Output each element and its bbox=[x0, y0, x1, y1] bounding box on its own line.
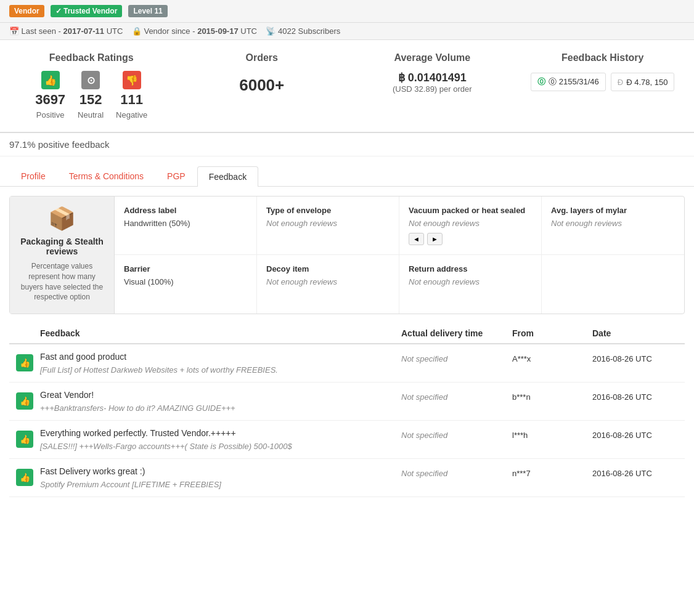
negative-rating: 👎 111 Negative bbox=[116, 71, 147, 120]
thumbup-icon: 👍 bbox=[16, 431, 33, 448]
pkg-nav-icons: ◄ ► bbox=[409, 233, 532, 245]
history-badge-1-value: ⓪ 2155/31/46 bbox=[549, 76, 599, 87]
packaging-box-icon: 📦 bbox=[19, 206, 105, 232]
pkg-vacuum-title: Vacuum packed or heat sealed bbox=[409, 206, 532, 215]
row3-delivery: Not specified bbox=[401, 428, 512, 440]
row1-date: 2016-08-26 UTC bbox=[592, 352, 685, 363]
pkg-barrier: Barrier Visual (100%) bbox=[115, 255, 257, 314]
row3-date: 2016-08-26 UTC bbox=[592, 428, 685, 440]
row1-main: Fast and good product bbox=[40, 352, 401, 362]
feedback-history-block: Feedback History ⓪ ⓪ 2155/31/46 Ð Ð 4.78… bbox=[521, 52, 685, 120]
history-badge-1: ⓪ ⓪ 2155/31/46 bbox=[531, 73, 606, 91]
pkg-address-label-title: Address label bbox=[124, 206, 247, 215]
tab-pgp[interactable]: PGP bbox=[155, 166, 197, 186]
table-row: 👍 Everything worked perfectly. Trusted V… bbox=[9, 421, 685, 459]
pkg-return: Return address Not enough reviews bbox=[399, 255, 542, 314]
row2-from: b***n bbox=[512, 390, 592, 402]
row4-feedback-text: Fast Delivery works great :) Spotify Pre… bbox=[40, 466, 401, 489]
pkg-address-label: Address label Handwritten (50%) bbox=[115, 197, 257, 255]
thumbup-icon: 👍 bbox=[16, 392, 33, 410]
pkg-envelope-title: Type of envelope bbox=[266, 206, 390, 215]
packaging-grid: Address label Handwritten (50%) Type of … bbox=[115, 197, 684, 314]
feedback-history-title: Feedback History bbox=[521, 52, 685, 63]
pkg-decoy: Decoy item Not enough reviews bbox=[257, 255, 399, 314]
row2-feedback-text: Great Vendor! +++Banktransfers- How to d… bbox=[40, 390, 401, 413]
table-header: Feedback Actual delivery time From Date bbox=[9, 323, 685, 344]
positive-count: 3697 bbox=[35, 92, 65, 108]
feedback-ratings-title: Feedback Ratings bbox=[9, 52, 174, 63]
pkg-envelope: Type of envelope Not enough reviews bbox=[257, 197, 399, 255]
avg-volume-btc: ฿ 0.01401491 bbox=[350, 71, 515, 84]
pkg-nav-next[interactable]: ► bbox=[427, 233, 443, 245]
tab-terms[interactable]: Terms & Conditions bbox=[57, 166, 155, 186]
pkg-vacuum-value: Not enough reviews bbox=[409, 219, 532, 228]
d-icon: Ð bbox=[618, 78, 623, 87]
neutral-count: 152 bbox=[80, 92, 102, 108]
meta-info: 📅 Last seen - 2017-07-11 UTC 🔒 Vendor si… bbox=[0, 23, 694, 40]
top-bar: Vendor ✓ Trusted Vendor Level 11 bbox=[0, 0, 694, 23]
col-date: Date bbox=[592, 328, 685, 338]
orders-title: Orders bbox=[180, 52, 345, 63]
pkg-return-title: Return address bbox=[409, 264, 532, 274]
packaging-sidebar: 📦 Packaging & Stealth reviews Percentage… bbox=[10, 197, 115, 314]
positive-icon: 👍 bbox=[41, 71, 60, 89]
history-badges: ⓪ ⓪ 2155/31/46 Ð Ð 4.78, 150 bbox=[521, 73, 685, 91]
pkg-mylar-value: Not enough reviews bbox=[551, 219, 675, 228]
feedback-table: Feedback Actual delivery time From Date … bbox=[9, 323, 685, 497]
row1-sub: [Full List] of Hottest Darkweb Websites … bbox=[40, 365, 401, 375]
thumbup-icon: 👍 bbox=[16, 469, 33, 486]
pkg-envelope-value: Not enough reviews bbox=[266, 219, 390, 228]
tab-feedback[interactable]: Feedback bbox=[197, 166, 258, 187]
table-row: 👍 Great Vendor! +++Banktransfers- How to… bbox=[9, 383, 685, 421]
avg-volume-usd: (USD 32.89) per order bbox=[350, 84, 515, 94]
row3-feedback-text: Everything worked perfectly. Trusted Ven… bbox=[40, 428, 401, 451]
row4-delivery: Not specified bbox=[401, 466, 512, 478]
neutral-icon: ⊙ bbox=[81, 71, 100, 89]
row4-main: Fast Delivery works great :) bbox=[40, 466, 401, 476]
row1-icon-cell: 👍 bbox=[9, 352, 40, 371]
pkg-barrier-title: Barrier bbox=[124, 264, 247, 274]
col-icon bbox=[9, 328, 40, 338]
pkg-address-label-value: Handwritten (50%) bbox=[124, 219, 247, 228]
packaging-section: 📦 Packaging & Stealth reviews Percentage… bbox=[9, 196, 685, 314]
row3-main: Everything worked perfectly. Trusted Ven… bbox=[40, 428, 401, 438]
row2-delivery: Not specified bbox=[401, 390, 512, 402]
row4-sub: Spotify Premium Account [LIFETIME + FREE… bbox=[40, 480, 401, 489]
pkg-barrier-value: Visual (100%) bbox=[124, 277, 247, 286]
col-delivery: Actual delivery time bbox=[401, 328, 512, 338]
row2-icon-cell: 👍 bbox=[9, 390, 40, 410]
thumbup-icon: 👍 bbox=[16, 354, 33, 371]
trusted-badge: ✓ Trusted Vendor bbox=[51, 5, 123, 17]
row2-main: Great Vendor! bbox=[40, 390, 401, 400]
feedback-ratings-counts: 👍 3697 Positive ⊙ 152 Neutral 👎 111 Nega… bbox=[9, 71, 174, 120]
table-row: 👍 Fast and good product [Full List] of H… bbox=[9, 344, 685, 383]
pkg-decoy-value: Not enough reviews bbox=[266, 277, 390, 286]
packaging-title: Packaging & Stealth reviews bbox=[19, 237, 105, 256]
table-row: 👍 Fast Delivery works great :) Spotify P… bbox=[9, 459, 685, 497]
row4-date: 2016-08-26 UTC bbox=[592, 466, 685, 478]
col-feedback: Feedback bbox=[40, 328, 401, 338]
history-badge-2: Ð Ð 4.78, 150 bbox=[611, 73, 675, 91]
row2-date: 2016-08-26 UTC bbox=[592, 390, 685, 402]
avg-volume-block: Average Volume ฿ 0.01401491 (USD 32.89) … bbox=[350, 52, 515, 120]
level-badge: Level 11 bbox=[128, 5, 167, 17]
history-badge-2-value: Ð 4.78, 150 bbox=[626, 78, 667, 87]
row1-feedback-text: Fast and good product [Full List] of Hot… bbox=[40, 352, 401, 375]
neutral-label: Neutral bbox=[78, 110, 104, 120]
pkg-mylar-title: Avg. layers of mylar bbox=[551, 206, 675, 215]
row3-sub: [SALES!!!] +++Wells-Fargo accounts+++( S… bbox=[40, 442, 401, 451]
tab-profile[interactable]: Profile bbox=[9, 166, 57, 186]
amazon-icon: ⓪ bbox=[537, 76, 545, 87]
pkg-vacuum: Vacuum packed or heat sealed Not enough … bbox=[399, 197, 542, 255]
positive-percentage: 97.1% positive feedback bbox=[0, 133, 694, 156]
row2-sub: +++Banktransfers- How to do it? AMAZING … bbox=[40, 403, 401, 413]
avg-volume-title: Average Volume bbox=[350, 52, 515, 63]
positive-label: Positive bbox=[36, 110, 65, 120]
row4-icon-cell: 👍 bbox=[9, 466, 40, 486]
negative-count: 111 bbox=[120, 92, 143, 108]
pkg-mylar: Avg. layers of mylar Not enough reviews bbox=[542, 197, 684, 255]
vendor-badge: Vendor bbox=[9, 5, 44, 17]
pkg-nav-prev[interactable]: ◄ bbox=[409, 233, 424, 245]
row1-from: A***x bbox=[512, 352, 592, 363]
neutral-rating: ⊙ 152 Neutral bbox=[78, 71, 104, 120]
